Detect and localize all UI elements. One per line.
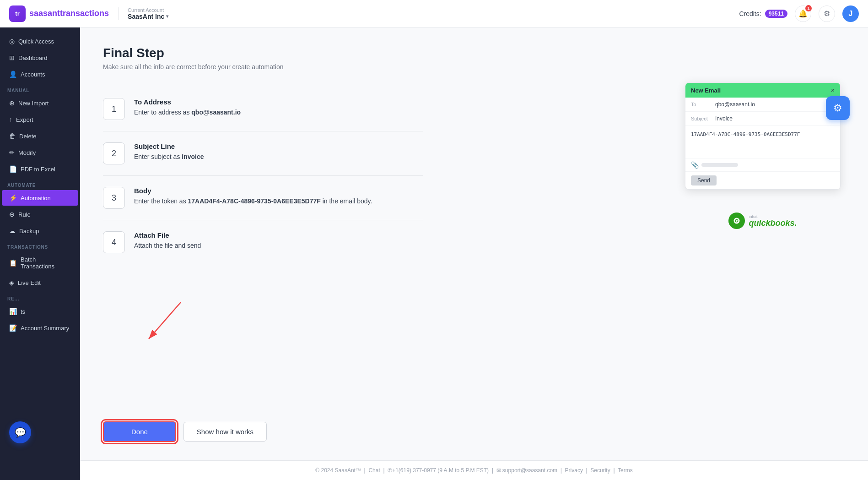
- steps-container: 1 To Address Enter to address as qbo@saa…: [103, 87, 423, 264]
- footer-security-link[interactable]: Security: [590, 467, 610, 474]
- notification-dot: 1: [805, 5, 812, 11]
- sidebar-item-quick-access[interactable]: ◎ Quick Access: [2, 33, 78, 49]
- avatar[interactable]: J: [842, 5, 859, 22]
- automate-section-label: AUTOMATE: [0, 177, 80, 190]
- sidebar-item-export[interactable]: ↑ Export: [2, 112, 78, 127]
- email-subject-label: Subject: [691, 116, 712, 121]
- step-4-content: Attach File Attach the file and send: [134, 231, 423, 251]
- email-token: 17AAD4F4-A78C-4896-9735-0A6EE3E5D77F: [691, 131, 835, 137]
- done-button[interactable]: Done: [103, 421, 176, 442]
- dashboard-icon: ⊞: [9, 54, 15, 61]
- new-import-icon: ⊕: [9, 99, 15, 107]
- email-header-title: New Email: [691, 87, 721, 94]
- email-body-area: 17AAD4F4-A78C-4896-9735-0A6EE3E5D77F: [685, 126, 840, 158]
- settings-button[interactable]: ⚙: [819, 5, 835, 22]
- layout: ◎ Quick Access ⊞ Dashboard 👤 Accounts MA…: [0, 27, 868, 480]
- manual-section-label: MANUAL: [0, 82, 80, 95]
- footer-copyright: © 2024 SaasAnt™: [315, 467, 361, 474]
- qb-circle: [728, 213, 745, 229]
- quick-access-icon: ◎: [9, 38, 15, 45]
- step-3-desc: Enter the token as 17AAD4F4-A78C-4896-97…: [134, 196, 423, 206]
- sidebar-item-account-summary[interactable]: 📝 Account Summary: [2, 320, 78, 336]
- email-to-label: To: [691, 102, 712, 107]
- footer-phone: ✆+1(619) 377-0977 (9 A.M to 5 P.M EST): [388, 467, 489, 474]
- logo-icon: tr: [9, 5, 26, 22]
- step-1-number: 1: [103, 98, 125, 120]
- send-button[interactable]: Send: [691, 175, 717, 185]
- footer: © 2024 SaasAnt™ | Chat | ✆+1(619) 377-09…: [80, 460, 868, 480]
- email-close-icon[interactable]: ×: [831, 87, 835, 94]
- email-attachment-bar: 📎: [685, 158, 840, 171]
- quickbooks-text: intuit quickbooks.: [749, 214, 797, 227]
- header: tr saasanttransactions Current Account S…: [0, 0, 868, 27]
- quickbooks-brand: quickbooks.: [749, 219, 797, 227]
- sidebar-item-live-edit[interactable]: ◈ Live Edit: [2, 275, 78, 290]
- buttons-area: Done Show how it works: [80, 412, 868, 460]
- step-3: 3 Body Enter the token as 17AAD4F4-A78C-…: [103, 176, 423, 220]
- export-icon: ↑: [9, 116, 12, 123]
- sidebar-item-dashboard[interactable]: ⊞ Dashboard: [2, 50, 78, 65]
- current-account-label: Current Account: [128, 7, 168, 13]
- accounts-icon: 👤: [9, 71, 17, 78]
- account-summary-icon: 📝: [9, 324, 17, 332]
- sidebar-item-reports[interactable]: 📊 ts: [2, 304, 78, 319]
- chevron-down-icon: ▾: [166, 14, 168, 19]
- sidebar: ◎ Quick Access ⊞ Dashboard 👤 Accounts MA…: [0, 27, 80, 480]
- modify-icon: ✏: [9, 149, 15, 156]
- email-to-value: qbo@saasant.io: [715, 101, 755, 108]
- attachment-icon: 📎: [691, 161, 699, 169]
- main-content: Final Step Make sure all the info are co…: [80, 27, 868, 412]
- step-1-content: To Address Enter to address as qbo@saasa…: [134, 98, 423, 117]
- batch-icon: 📋: [9, 259, 17, 267]
- footer-terms-link[interactable]: Terms: [618, 467, 633, 474]
- sidebar-item-backup[interactable]: ☁ Backup: [2, 223, 78, 239]
- red-arrow-annotation: [108, 298, 199, 355]
- sidebar-item-new-import[interactable]: ⊕ New Import: [2, 95, 78, 111]
- email-mockup: New Email × To qbo@saasant.io Subject In…: [685, 82, 841, 229]
- gear-float-icon: ⚙: [826, 96, 850, 120]
- qb-logo-svg: [732, 216, 741, 225]
- reports-icon: 📊: [9, 308, 17, 315]
- sidebar-item-batch-transactions[interactable]: 📋 Batch Transactions: [2, 252, 78, 274]
- current-account-name[interactable]: SaasAnt Inc ▾: [128, 13, 168, 20]
- delete-icon: 🗑: [9, 132, 16, 140]
- header-left: tr saasanttransactions Current Account S…: [9, 5, 168, 22]
- notification-button[interactable]: 🔔 1: [795, 5, 811, 22]
- step-4-desc: Attach the file and send: [134, 241, 423, 251]
- red-arrow-svg: [108, 298, 199, 353]
- step-4-number: 4: [103, 231, 125, 253]
- credits: Credits: 93511: [739, 10, 787, 18]
- footer-privacy-link[interactable]: Privacy: [565, 467, 583, 474]
- step-3-number: 3: [103, 187, 125, 209]
- show-how-it-works-button[interactable]: Show how it works: [183, 422, 267, 442]
- email-to-field: To qbo@saasant.io: [685, 98, 840, 112]
- quickbooks-logo: intuit quickbooks.: [685, 213, 841, 229]
- reports-section-label: RE...: [0, 291, 80, 303]
- email-footer: Send: [685, 171, 840, 189]
- attachment-placeholder: [701, 163, 738, 167]
- sidebar-item-automation[interactable]: ⚡ Automation: [2, 190, 78, 206]
- step-4-title: Attach File: [134, 231, 423, 239]
- svg-point-2: [736, 220, 738, 222]
- step-2-number: 2: [103, 142, 125, 164]
- main-area: Final Step Make sure all the info are co…: [80, 27, 868, 480]
- step-3-content: Body Enter the token as 17AAD4F4-A78C-48…: [134, 187, 423, 206]
- sidebar-item-delete[interactable]: 🗑 Delete: [2, 128, 78, 144]
- chat-bubble-button[interactable]: 💬: [9, 421, 31, 443]
- sidebar-item-modify[interactable]: ✏ Modify: [2, 145, 78, 160]
- current-account: Current Account SaasAnt Inc ▾: [118, 7, 168, 20]
- email-subject-value: Invoice: [715, 115, 733, 122]
- backup-icon: ☁: [9, 227, 16, 235]
- step-1-title: To Address: [134, 98, 423, 106]
- rule-icon: ⊖: [9, 211, 15, 218]
- sidebar-item-rule[interactable]: ⊖ Rule: [2, 207, 78, 222]
- pdf-excel-icon: 📄: [9, 165, 17, 173]
- sidebar-item-accounts[interactable]: 👤 Accounts: [2, 66, 78, 82]
- sidebar-item-pdf-to-excel[interactable]: 📄 PDF to Excel: [2, 161, 78, 177]
- footer-email: ✉ support@saasant.com: [496, 467, 558, 474]
- step-2-content: Subject Line Enter subject as Invoice: [134, 142, 423, 162]
- live-edit-icon: ◈: [9, 279, 14, 286]
- footer-chat-link[interactable]: Chat: [368, 467, 380, 474]
- step-2-title: Subject Line: [134, 142, 423, 150]
- svg-line-4: [149, 302, 181, 339]
